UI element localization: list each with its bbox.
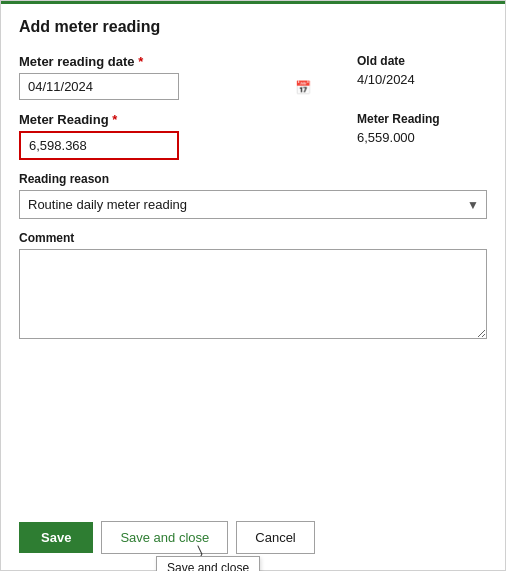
save-and-close-button[interactable]: Save and close (101, 521, 228, 554)
add-meter-reading-dialog: Add meter reading Meter reading date * 📅… (0, 0, 506, 571)
old-meter-reading-group: Meter Reading 6,559.000 (347, 112, 487, 160)
old-meter-reading-value: 6,559.000 (357, 130, 487, 145)
old-date-label: Old date (357, 54, 487, 68)
meter-reading-label: Meter Reading * (19, 112, 317, 127)
spacer (1, 432, 505, 507)
dialog-title: Add meter reading (19, 18, 160, 35)
save-and-close-tooltip: Save and close (156, 556, 260, 571)
comment-label: Comment (19, 231, 487, 245)
dialog-footer: Save Save and close Cancel 〉 Save and cl… (1, 507, 505, 570)
old-date-group: Old date 4/10/2024 (347, 54, 487, 100)
save-button[interactable]: Save (19, 522, 93, 553)
date-row: Meter reading date * 📅 Old date 4/10/202… (19, 54, 487, 100)
meter-reading-group: Meter Reading * (19, 112, 317, 160)
old-date-value: 4/10/2024 (357, 72, 487, 87)
comment-textarea[interactable] (19, 249, 487, 339)
cancel-button[interactable]: Cancel (236, 521, 314, 554)
old-meter-reading-label: Meter Reading (357, 112, 487, 126)
comment-group: Comment (19, 231, 487, 339)
reading-reason-label: Reading reason (19, 172, 487, 186)
reading-reason-select-wrapper: Routine daily meter reading Manual readi… (19, 190, 487, 219)
date-input-wrapper: 📅 (19, 73, 317, 100)
meter-reading-row: Meter Reading * Meter Reading 6,559.000 (19, 112, 487, 160)
calendar-icon: 📅 (295, 79, 311, 94)
meter-reading-date-label: Meter reading date * (19, 54, 317, 69)
reading-reason-group: Reading reason Routine daily meter readi… (19, 172, 487, 219)
reading-reason-select[interactable]: Routine daily meter reading Manual readi… (19, 190, 487, 219)
meter-reading-input[interactable] (19, 131, 179, 160)
meter-reading-date-group: Meter reading date * 📅 (19, 54, 317, 100)
dialog-header: Add meter reading (1, 1, 505, 46)
dialog-body: Meter reading date * 📅 Old date 4/10/202… (1, 46, 505, 432)
meter-reading-date-input[interactable] (19, 73, 179, 100)
